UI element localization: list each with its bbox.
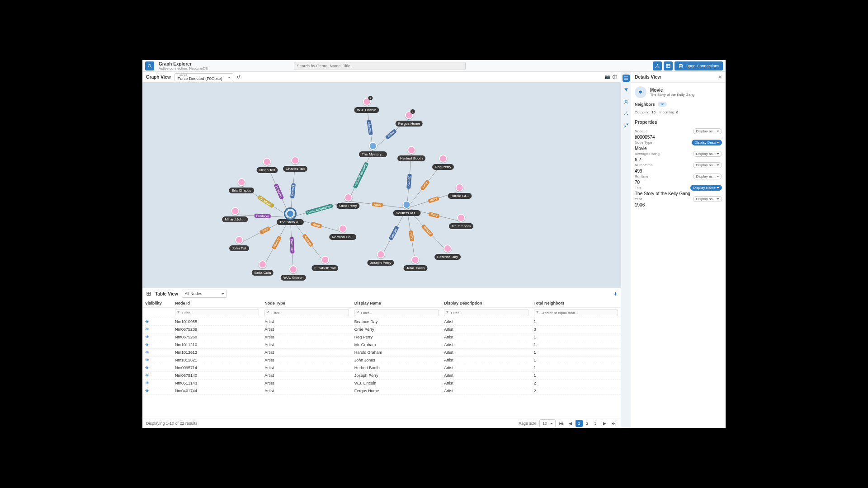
rail-graph-icon[interactable] [623, 110, 630, 117]
graph-node[interactable]: W.A. Gibson [281, 265, 306, 281]
cell-neighbors: 1 [531, 349, 621, 357]
visibility-icon[interactable]: 👁 [142, 357, 172, 364]
graph-node[interactable]: Charles Tait [283, 156, 307, 172]
table-row[interactable]: 👁 Nm1012612 Artist Harold Graham Artist … [142, 349, 621, 357]
graph-node[interactable]: John Jones [404, 256, 428, 271]
info-icon[interactable]: ⓘ [613, 74, 617, 80]
page-size-select[interactable]: 10 [539, 419, 556, 427]
graph-node[interactable]: The Story o... [277, 210, 304, 225]
graph-node[interactable]: Beatrice Day [434, 244, 461, 260]
table-scroll[interactable]: VisibilityNode IdNode TypeDisplay NameDi… [142, 299, 621, 418]
open-connections-button[interactable]: Open Connections [675, 61, 723, 70]
graph-node[interactable]: John Tait [229, 236, 249, 251]
display-as-chip[interactable]: Display Desc [692, 140, 722, 145]
table-header-row: VisibilityNode IdNode TypeDisplay NameDi… [142, 299, 621, 308]
filter-node-type[interactable] [264, 309, 349, 316]
table-row[interactable]: 👁 Nm1010955 Artist Beatrice Day Artist 1 [142, 318, 621, 326]
graph-node[interactable]: 1 Fergus Hume [396, 111, 423, 127]
column-header[interactable]: Node Id [172, 299, 262, 308]
visibility-icon[interactable]: 👁 [142, 372, 172, 380]
layout-select[interactable]: Layout Force Directed (F0Cose) [175, 73, 233, 81]
column-header[interactable]: Node Type [262, 299, 351, 308]
table-row[interactable]: 👁 Nm0511143 Artist W.J. Lincoln Artist 2 [142, 380, 621, 387]
cell-node-id: Nm1011210 [172, 341, 262, 349]
visibility-icon[interactable]: 👁 [142, 387, 172, 395]
graph-node[interactable]: The Mystery... [359, 142, 387, 157]
graph-node[interactable]: Reg Perry [432, 155, 454, 170]
rail-details-icon[interactable] [623, 75, 630, 82]
logo-icon[interactable] [145, 61, 154, 70]
visibility-icon[interactable]: 👁 [142, 326, 172, 333]
visibility-icon[interactable]: 👁 [142, 380, 172, 387]
table-filter-select[interactable]: All Nodes [182, 290, 227, 298]
graph-node[interactable]: Nevin Tait [257, 158, 278, 173]
cell-display-desc: Artist [441, 380, 531, 387]
graph-node[interactable]: Elizabeth Tait [311, 256, 338, 271]
app-root: Graph Explorer Active connection: Neptun… [142, 60, 726, 428]
screenshot-icon[interactable]: 📷 [604, 74, 610, 80]
rail-edge-icon[interactable] [623, 122, 630, 129]
svg-rect-36 [625, 101, 627, 103]
column-header[interactable]: Total Neighbors [531, 299, 621, 308]
node-label: Millard Joh... [222, 216, 248, 222]
filter-display-desc[interactable] [444, 309, 528, 316]
cell-node-type: Artist [262, 380, 351, 387]
table-row[interactable]: 👁 Nm0675239 Artist Orrie Perry Artist 3 [142, 326, 621, 333]
visibility-icon[interactable]: 👁 [142, 318, 172, 326]
display-as-chip[interactable]: Display Name [690, 185, 722, 191]
page-number-button[interactable]: 3 [592, 420, 599, 427]
page-number-button[interactable]: 2 [584, 420, 591, 427]
graph-mode-icon[interactable] [653, 61, 662, 70]
page-last-button[interactable]: ⏭ [610, 420, 617, 427]
filter-display-name[interactable] [354, 309, 439, 316]
visibility-icon[interactable]: 👁 [142, 364, 172, 372]
download-icon[interactable]: ⬇ [613, 291, 617, 296]
node-dot [443, 244, 452, 253]
graph-node[interactable]: Mr. Graham [449, 214, 473, 229]
table-row[interactable]: 👁 Nm1011210 Artist Mr. Graham Artist 1 [142, 341, 621, 349]
display-as-chip[interactable]: Display as... [693, 151, 722, 157]
filter-neighbors[interactable] [534, 309, 618, 316]
node-dot [403, 201, 411, 209]
graph-node[interactable]: Harold Gr... [448, 183, 472, 199]
graph-node[interactable]: Orrie Perry [336, 193, 359, 209]
column-header[interactable]: Visibility [142, 299, 172, 308]
visibility-icon[interactable]: 👁 [142, 349, 172, 357]
visibility-icon[interactable]: 👁 [142, 341, 172, 349]
display-as-chip[interactable]: Display as... [693, 196, 722, 202]
filter-node-id[interactable] [175, 309, 259, 316]
header-actions: Open Connections [653, 61, 723, 70]
table-row[interactable]: 👁 Nm0675260 Artist Reg Perry Artist 1 [142, 333, 621, 341]
graph-node[interactable]: Eric Chapus [229, 178, 254, 193]
display-as-chip[interactable]: Display as... [693, 174, 722, 179]
graph-node[interactable]: Bella Cola [252, 260, 274, 276]
table-row[interactable]: 👁 Nm0401744 Artist Fergus Hume Artist 2 [142, 387, 621, 395]
node-label: W.J. Lincoln [354, 107, 379, 113]
table-row[interactable]: 👁 Nm0095714 Artist Herbert Booth Artist … [142, 364, 621, 372]
column-header[interactable]: Display Description [441, 299, 531, 308]
page-next-button[interactable]: ▶ [601, 420, 608, 427]
graph-node[interactable]: Millard Joh... [222, 207, 248, 222]
page-first-button[interactable]: ⏮ [557, 420, 565, 427]
graph-node[interactable]: Herbert Booth [397, 146, 425, 161]
node-label: Soldiers of t... [393, 210, 421, 216]
table-row[interactable]: 👁 Nm1012621 Artist John Jones Artist 1 [142, 357, 621, 364]
graph-node[interactable]: 1 W.J. Lincoln [354, 98, 379, 113]
display-as-chip[interactable]: Display as... [693, 162, 722, 168]
column-header[interactable]: Display Name [352, 299, 441, 308]
reset-layout-icon[interactable]: ↺ [237, 75, 241, 80]
visibility-icon[interactable]: 👁 [142, 333, 172, 341]
close-icon[interactable]: ✕ [718, 75, 722, 80]
graph-node[interactable]: Soldiers of t... [393, 201, 421, 216]
graph-canvas[interactable]: 1 W.J. Lincoln1 Fergus Hume The Mystery.… [142, 83, 621, 288]
table-row[interactable]: 👁 Nm0675140 Artist Joseph Perry Artist 1 [142, 372, 621, 380]
graph-node[interactable]: Joseph Perry [367, 250, 394, 266]
table-mode-icon[interactable] [664, 61, 673, 70]
display-as-chip[interactable]: Display as... [693, 128, 722, 134]
rail-expand-icon[interactable] [623, 98, 630, 105]
rail-filter-icon[interactable] [623, 86, 630, 94]
page-number-button[interactable]: 1 [576, 420, 583, 427]
page-prev-button[interactable]: ◀ [566, 420, 574, 427]
search-input[interactable] [294, 62, 466, 70]
graph-node[interactable]: Norman Ca... [329, 225, 356, 240]
